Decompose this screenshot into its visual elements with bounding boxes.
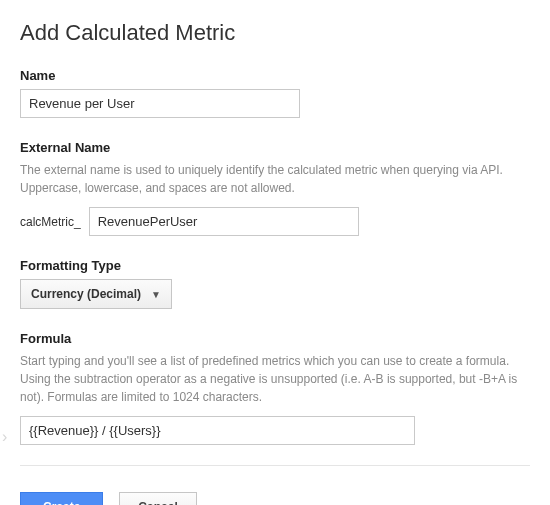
formula-label: Formula — [20, 331, 530, 346]
name-section: Name — [20, 68, 530, 118]
formula-input[interactable] — [20, 416, 415, 445]
formula-help: Start typing and you'll see a list of pr… — [20, 352, 530, 406]
page-title: Add Calculated Metric — [20, 20, 530, 46]
create-button[interactable]: Create — [20, 492, 103, 505]
name-label: Name — [20, 68, 530, 83]
external-name-section: External Name The external name is used … — [20, 140, 530, 236]
external-name-input[interactable] — [89, 207, 359, 236]
name-input[interactable] — [20, 89, 300, 118]
external-name-label: External Name — [20, 140, 530, 155]
formatting-type-selected: Currency (Decimal) — [31, 287, 141, 301]
external-name-prefix: calcMetric_ — [20, 215, 81, 229]
chevron-right-icon: › — [2, 428, 7, 446]
cancel-button[interactable]: Cancel — [119, 492, 196, 505]
chevron-down-icon: ▼ — [151, 289, 161, 300]
divider — [20, 465, 530, 466]
action-row: Create Cancel — [20, 492, 530, 505]
formula-section: Formula Start typing and you'll see a li… — [20, 331, 530, 445]
formatting-type-section: Formatting Type Currency (Decimal) ▼ — [20, 258, 530, 309]
formatting-type-select[interactable]: Currency (Decimal) ▼ — [20, 279, 172, 309]
formatting-type-label: Formatting Type — [20, 258, 530, 273]
external-name-help: The external name is used to uniquely id… — [20, 161, 530, 197]
